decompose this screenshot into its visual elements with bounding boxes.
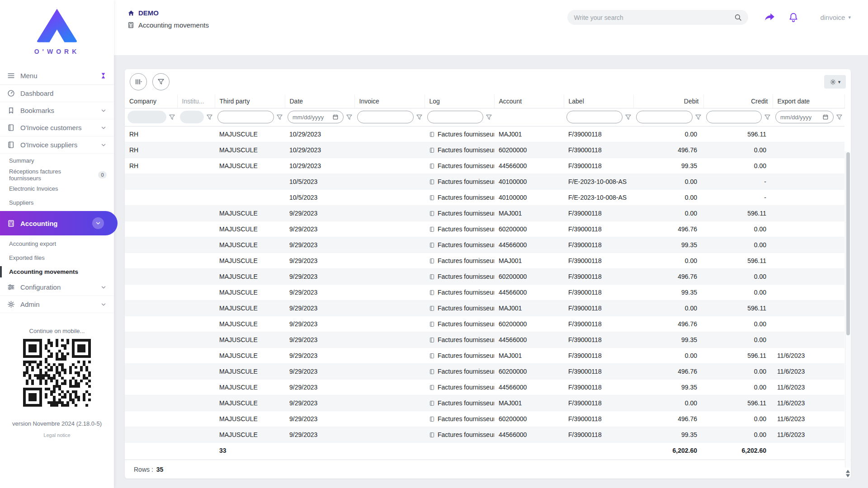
sidebar-item-dashboard[interactable]: Dashboard xyxy=(0,85,114,102)
filter-funnel-icon[interactable] xyxy=(764,114,771,121)
share-icon[interactable] xyxy=(764,11,776,23)
table-row[interactable]: MAJUSCULE9/29/2023Factures fournisseurs4… xyxy=(125,237,844,253)
menu-toggle[interactable]: Menu xyxy=(0,67,114,85)
table-row[interactable]: MAJUSCULE9/29/2023Factures fournisseurs4… xyxy=(125,284,844,300)
column-header[interactable]: Account xyxy=(494,94,564,108)
global-search[interactable] xyxy=(567,10,748,25)
filter-date-input[interactable]: mm/dd/yyyy xyxy=(288,111,344,123)
topbar-actions: dinvoice ▾ xyxy=(567,10,851,25)
chevron-down-icon xyxy=(95,220,101,226)
sidebar-nav: Dashboard Bookmarks O'Invoice customers … xyxy=(0,85,114,313)
pin-sidebar-icon[interactable] xyxy=(100,72,107,79)
filter-date-input[interactable]: mm/dd/yyyy xyxy=(775,111,834,123)
filter-input[interactable] xyxy=(636,111,693,123)
table-row[interactable]: MAJUSCULE9/29/2023Factures fournisseurs6… xyxy=(125,316,844,332)
filter-funnel-icon[interactable] xyxy=(416,114,423,121)
table-row[interactable]: MAJUSCULE9/29/2023Factures fournisseursM… xyxy=(125,300,844,316)
grid-settings-button[interactable]: ▾ xyxy=(824,75,846,89)
table-row[interactable]: MAJUSCULE9/29/2023Factures fournisseurs6… xyxy=(125,363,844,379)
sidebar-item-accounting[interactable]: Accounting xyxy=(0,211,118,235)
sidebar-subitem-receptions-factures[interactable]: Réceptions factures fournisseurs 0 xyxy=(0,168,114,182)
search-input[interactable] xyxy=(574,14,734,21)
table-row[interactable]: MAJUSCULE9/29/2023Factures fournisseurs6… xyxy=(125,411,844,427)
notifications-bell-icon[interactable] xyxy=(788,12,799,23)
sidebar-item-oinvoice-customers[interactable]: O'Invoice customers xyxy=(0,119,114,136)
table-row[interactable]: 10/5/2023Factures fournisseurs40100000F/… xyxy=(125,174,844,189)
columns-button[interactable] xyxy=(130,73,147,90)
sidebar-item-admin[interactable]: Admin xyxy=(0,296,114,313)
vertical-scrollbar-thumb[interactable] xyxy=(846,152,850,335)
journal-icon xyxy=(429,321,435,327)
sidebar-subitem-summary[interactable]: Summary xyxy=(0,154,114,168)
journal-icon xyxy=(429,432,435,438)
filter-funnel-icon[interactable] xyxy=(346,114,353,121)
table-row[interactable]: MAJUSCULE9/29/2023Factures fournisseurs4… xyxy=(125,379,844,395)
sidebar-item-configuration[interactable]: Configuration xyxy=(0,279,114,296)
filter-funnel-icon[interactable] xyxy=(276,114,283,121)
column-header[interactable]: Third party xyxy=(215,94,285,108)
sidebar-subitem-suppliers[interactable]: Suppliers xyxy=(0,196,114,210)
calendar-icon xyxy=(822,114,829,120)
column-header[interactable]: Label xyxy=(564,94,633,108)
table-zone: CompanyInstitu...Third partyDateInvoiceL… xyxy=(125,94,851,460)
scrollbar-arrows[interactable] xyxy=(845,469,850,478)
chevron-down-icon xyxy=(100,108,107,114)
filter-funnel-icon[interactable] xyxy=(695,114,702,121)
filter-input[interactable] xyxy=(427,111,483,123)
column-header[interactable]: Credit xyxy=(703,94,773,108)
scroll-up-icon[interactable] xyxy=(846,469,850,473)
app-logo[interactable]: O'WORK xyxy=(0,0,114,67)
column-header[interactable]: Debit xyxy=(633,94,703,108)
sidebar-item-oinvoice-suppliers[interactable]: O'Invoice suppliers xyxy=(0,136,114,154)
table-row[interactable]: MAJUSCULE9/29/2023Factures fournisseurs4… xyxy=(125,427,844,442)
table-row[interactable]: 10/5/2023Factures fournisseurs40100000F/… xyxy=(125,189,844,205)
filter-input[interactable] xyxy=(217,111,274,123)
vertical-scrollbar-track[interactable] xyxy=(845,151,850,468)
legal-notice-link[interactable]: Legal notice xyxy=(0,432,114,438)
column-header[interactable]: Company xyxy=(125,94,177,108)
table-row[interactable]: MAJUSCULE9/29/2023Factures fournisseursM… xyxy=(125,347,844,363)
table-row[interactable]: RHMAJUSCULE10/29/2023Factures fournisseu… xyxy=(125,126,844,142)
table-row[interactable]: RHMAJUSCULE10/29/2023Factures fournisseu… xyxy=(125,142,844,158)
sidebar-subitem-electronic-invoices[interactable]: Electronic Invoices xyxy=(0,182,114,196)
column-header[interactable]: Date xyxy=(285,94,354,108)
column-header[interactable]: Institu... xyxy=(177,94,215,108)
log-label: Factures fournisseurs xyxy=(438,146,494,154)
sidebar-subitem-accounting-movements[interactable]: Accounting movements xyxy=(0,265,114,279)
scroll-down-icon[interactable] xyxy=(846,474,850,478)
filter-input[interactable] xyxy=(706,111,762,123)
column-header[interactable]: Log xyxy=(425,94,494,108)
sidebar-subitem-exported-files[interactable]: Exported files xyxy=(0,251,114,265)
table-row[interactable]: MAJUSCULE9/29/2023Factures fournisseursM… xyxy=(125,395,844,411)
table-row[interactable]: MAJUSCULE9/29/2023Factures fournisseurs6… xyxy=(125,221,844,237)
calculator-icon xyxy=(127,22,134,28)
movements-card: ▾ CompanyInstitu...Third partyDateInvoic… xyxy=(125,69,851,479)
filter-input[interactable] xyxy=(566,111,623,123)
sidebar-subitem-accounting-export[interactable]: Accounting export xyxy=(0,237,114,251)
main-area: DEMO Accounting movements dinvoice ▾ xyxy=(114,0,868,488)
table-row[interactable]: MAJUSCULE9/29/2023Factures fournisseursM… xyxy=(125,253,844,268)
table-row[interactable]: MAJUSCULE9/29/2023Factures fournisseurs4… xyxy=(125,332,844,347)
table-row[interactable]: MAJUSCULE9/29/2023Factures fournisseursM… xyxy=(125,205,844,221)
environment-label: DEMO xyxy=(138,9,159,17)
table-row[interactable]: RHMAJUSCULE10/29/2023Factures fournisseu… xyxy=(125,158,844,174)
filter-funnel-icon[interactable] xyxy=(625,114,632,121)
filter-input[interactable] xyxy=(357,111,414,123)
sidebar: O'WORK Menu Dashboard Bookmarks O'Invoic… xyxy=(0,0,114,488)
column-header[interactable]: Invoice xyxy=(354,94,425,108)
sidebar-item-label: Dashboard xyxy=(20,89,53,97)
search-icon[interactable] xyxy=(734,14,742,21)
sidebar-item-bookmarks[interactable]: Bookmarks xyxy=(0,102,114,119)
user-menu[interactable]: dinvoice ▾ xyxy=(820,14,851,21)
filter-funnel-icon[interactable] xyxy=(206,114,213,121)
filter-funnel-icon[interactable] xyxy=(486,114,492,121)
total-third-party: 33 xyxy=(215,442,285,459)
log-label: Factures fournisseurs xyxy=(438,225,494,233)
filter-button[interactable] xyxy=(152,73,170,90)
log-label: Factures fournisseurs xyxy=(438,162,494,169)
collapse-toggle[interactable] xyxy=(92,217,104,229)
filter-funnel-icon[interactable] xyxy=(836,114,843,121)
filter-funnel-icon[interactable] xyxy=(169,114,175,121)
table-row[interactable]: MAJUSCULE9/29/2023Factures fournisseurs6… xyxy=(125,268,844,284)
column-header[interactable]: Export date xyxy=(773,94,844,108)
